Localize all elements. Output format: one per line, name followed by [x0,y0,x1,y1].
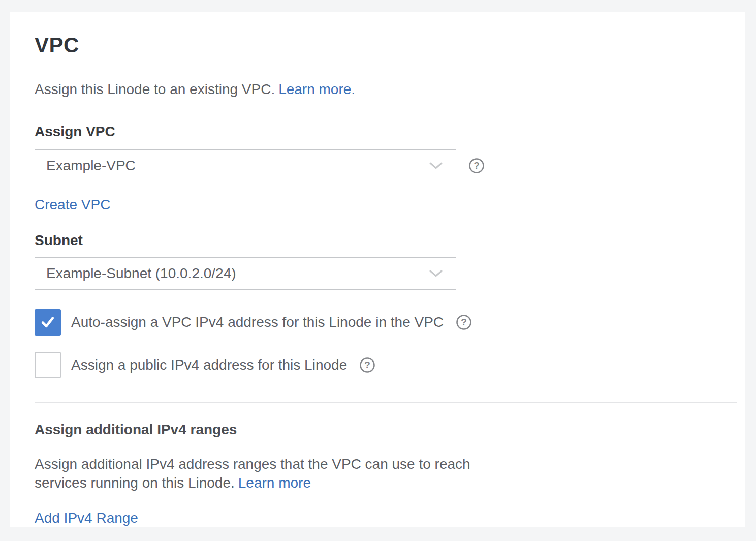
subnet-select[interactable]: Example-Subnet (10.0.2.0/24) [35,257,456,290]
assign-vpc-select[interactable]: Example-VPC [35,149,456,182]
vpc-description: Assign this Linode to an existing VPC.Le… [35,80,736,99]
svg-text:?: ? [474,160,480,171]
subnet-selected-value: Example-Subnet (10.0.2.0/24) [46,265,236,282]
assign-vpc-help-icon[interactable]: ? [468,158,485,174]
add-ipv4-range-link[interactable]: Add IPv4 Range [35,509,138,527]
auto-assign-vpc-ipv4-checkbox[interactable] [35,309,61,336]
page-title: VPC [35,35,736,56]
public-ipv4-label: Assign a public IPv4 address for this Li… [71,357,347,373]
ipv4-ranges-description: Assign additional IPv4 address ranges th… [35,455,512,492]
vpc-panel: VPC Assign this Linode to an existing VP… [10,12,745,527]
auto-assign-ipv4-help-icon[interactable]: ? [456,314,472,330]
assign-vpc-label: Assign VPC [35,123,736,140]
section-divider [35,402,737,403]
chevron-down-icon [429,162,443,169]
subnet-row: Example-Subnet (10.0.2.0/24) [35,257,736,290]
ipv4-ranges-title: Assign additional IPv4 ranges [35,421,736,438]
auto-assign-ipv4-label: Auto-assign a VPC IPv4 address for this … [71,314,444,330]
subnet-label: Subnet [35,232,736,249]
chevron-down-icon [429,270,443,277]
ipv4-ranges-learn-more-link[interactable]: Learn more [238,475,311,491]
vpc-learn-more-link[interactable]: Learn more. [278,81,355,97]
vpc-description-text: Assign this Linode to an existing VPC. [35,81,275,97]
auto-assign-ipv4-row: Auto-assign a VPC IPv4 address for this … [35,309,736,336]
page-background: VPC Assign this Linode to an existing VP… [0,0,756,541]
create-vpc-link[interactable]: Create VPC [35,196,110,214]
public-ipv4-row: Assign a public IPv4 address for this Li… [35,352,736,378]
svg-text:?: ? [364,359,370,370]
public-ipv4-help-icon[interactable]: ? [359,357,375,373]
assign-vpc-row: Example-VPC ? [35,149,736,182]
assign-public-ipv4-checkbox[interactable] [35,352,61,378]
svg-text:?: ? [461,317,467,327]
assign-vpc-selected-value: Example-VPC [46,158,136,174]
checkmark-icon [39,313,57,332]
